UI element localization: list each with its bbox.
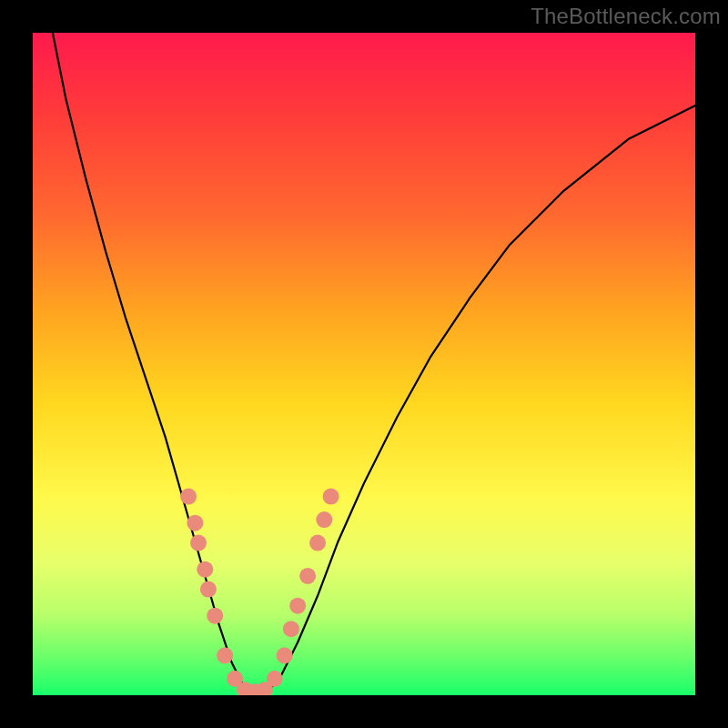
data-marker [309, 535, 326, 551]
data-marker [187, 515, 203, 531]
bottleneck-curve [53, 33, 695, 692]
data-marker [299, 568, 316, 584]
plot-area [33, 33, 695, 695]
data-marker [277, 647, 293, 663]
data-marker [316, 511, 332, 528]
data-marker [289, 598, 306, 614]
data-marker [207, 608, 223, 624]
data-marker [267, 671, 283, 687]
data-marker [283, 621, 299, 637]
data-marker [180, 489, 197, 505]
data-marker [190, 535, 207, 551]
data-marker [200, 581, 217, 598]
data-marker [323, 489, 339, 505]
data-marker [197, 561, 213, 578]
watermark-text: TheBottleneck.com [531, 4, 721, 29]
chart-frame: TheBottleneck.com [0, 0, 728, 728]
data-marker [217, 647, 233, 663]
chart-svg [33, 33, 695, 695]
